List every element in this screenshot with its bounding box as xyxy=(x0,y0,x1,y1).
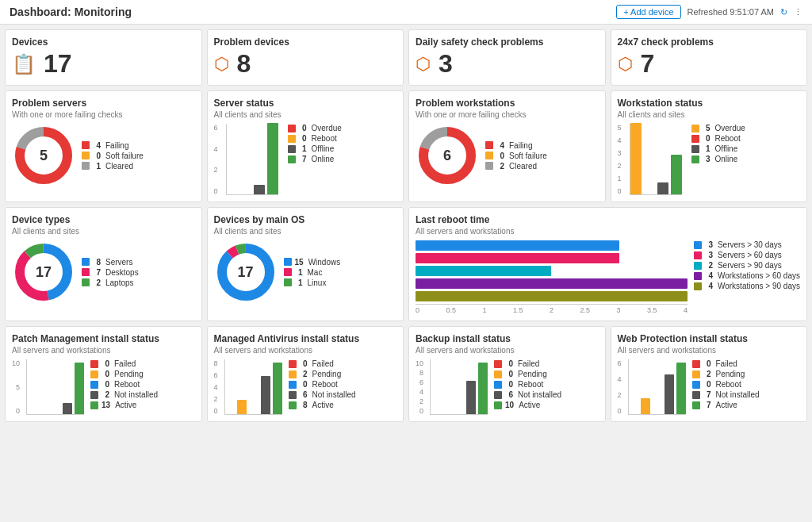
devices-by-os-count: 17 xyxy=(237,264,253,281)
problem-devices-count: 8 xyxy=(237,49,251,79)
devices-count: 17 xyxy=(44,49,72,79)
problem-devices-card: Problem devices ⬡ 8 xyxy=(207,29,404,86)
problem-servers-card: Problem servers With one or more failing… xyxy=(5,90,202,202)
device-types-count: 17 xyxy=(36,264,52,281)
devices-by-os-chart: 17 15Windows 1Mac 1Linux xyxy=(214,240,397,304)
last-reboot-content: 00.511.522.533.54 3Servers > 30 days 3Se… xyxy=(416,240,800,314)
managed-antivirus-card: Managed Antivirus install status All ser… xyxy=(207,326,404,422)
problem-servers-count: 5 xyxy=(40,148,48,164)
hbar-ws-60 xyxy=(416,278,688,289)
backup-legend: 0Failed 0Pending 0Reboot 6Not installed … xyxy=(494,359,561,409)
workstation-status-title: Workstation status xyxy=(618,98,801,109)
devices-by-os-card: Devices by main OS All clients and sites… xyxy=(207,207,404,321)
antivirus-subtitle: All servers and workstations xyxy=(214,346,397,355)
server-status-title: Server status xyxy=(214,98,397,109)
problem-servers-legend: 4 Failing 0 Soft failure 1 Cleared xyxy=(82,141,144,171)
patch-management-card: Patch Management install status All serv… xyxy=(5,326,202,422)
problem-servers-chart: 5 4 Failing 0 Soft failure 1 Cleared xyxy=(12,124,195,187)
problem-devices-title: Problem devices xyxy=(214,36,397,48)
av-bar-pending xyxy=(237,400,247,414)
webprot-bar-notinstalled xyxy=(665,374,674,414)
devices-title: Devices xyxy=(12,36,195,48)
problem-workstations-card: Problem workstations With one or more fa… xyxy=(408,90,606,202)
device-types-legend: 8Servers 7Desktops 2Laptops xyxy=(82,258,139,287)
device-types-title: Device types xyxy=(12,214,195,225)
check-24x7-title: 24x7 check problems xyxy=(618,36,801,48)
web-protection-card: Web Protection install status All server… xyxy=(611,326,808,422)
devices-card: Devices 📋 17 xyxy=(5,29,202,86)
last-reboot-subtitle: All servers and workstations xyxy=(416,227,800,236)
warning-icon: ⬡ xyxy=(214,54,229,75)
add-device-button[interactable]: + Add device xyxy=(616,5,680,19)
server-status-bars xyxy=(226,124,278,195)
daily-safety-card: Daily safety check problems ⬡ 3 xyxy=(408,29,606,86)
refresh-icon[interactable]: ↻ xyxy=(780,7,787,17)
header: Dashboard: Monitoring + Add device Refre… xyxy=(0,0,812,25)
backup-title: Backup install status xyxy=(416,333,599,344)
workstation-status-yaxis: 543210 xyxy=(618,124,623,195)
last-reboot-legend: 3Servers > 30 days 3Servers > 60 days 2S… xyxy=(694,240,800,290)
bar-offline-ws xyxy=(657,182,668,194)
devices-by-os-legend: 15Windows 1Mac 1Linux xyxy=(284,258,341,287)
devices-by-os-title: Devices by main OS xyxy=(214,214,397,225)
menu-icon[interactable]: ⋮ xyxy=(794,7,802,17)
devices-by-os-donut: 17 xyxy=(214,240,278,304)
device-types-donut: 17 xyxy=(12,240,75,304)
workstation-status-bars xyxy=(630,124,682,195)
hbar-servers-60 xyxy=(416,253,619,263)
hbar-axis: 00.511.522.533.54 xyxy=(416,304,688,314)
problem-workstations-chart: 6 4Failing 0Soft failure 2Cleared xyxy=(416,124,599,187)
patch-yaxis: 1050 xyxy=(12,359,20,415)
webprot-legend: 0Failed 2Pending 0Reboot 7Not installed … xyxy=(692,359,760,409)
hbar-servers-90 xyxy=(416,266,551,276)
av-bars xyxy=(224,359,282,415)
last-reboot-card: Last reboot time All servers and worksta… xyxy=(408,207,807,321)
web-prot-title: Web Protection install status xyxy=(618,333,801,344)
problem-workstations-donut: 6 xyxy=(416,124,479,187)
webprot-yaxis: 6420 xyxy=(618,359,622,415)
patch-legend: 0Failed 0Pending 0Reboot 2Not installed … xyxy=(90,359,158,409)
bar-overdue-ws xyxy=(630,123,642,194)
backup-bar-notinstalled xyxy=(466,381,476,414)
backup-subtitle: All servers and workstations xyxy=(416,346,599,355)
problem-workstations-legend: 4Failing 0Soft failure 2Cleared xyxy=(485,141,547,171)
patch-mgmt-title: Patch Management install status xyxy=(12,333,195,344)
av-bar-notinstalled xyxy=(261,376,270,414)
device-types-chart: 17 8Servers 7Desktops 2Laptops xyxy=(12,240,195,304)
patch-bar-notinstalled xyxy=(63,403,72,414)
problem-servers-title: Problem servers xyxy=(12,98,195,109)
backup-yaxis: 1086420 xyxy=(416,359,423,415)
legend-item: 4 Failing xyxy=(82,141,144,150)
bar-online-ws xyxy=(671,155,682,194)
problem-servers-donut: 5 xyxy=(12,124,75,187)
problem-workstations-subtitle: With one or more failing checks xyxy=(416,110,599,119)
last-reboot-bars: 00.511.522.533.54 xyxy=(416,240,688,314)
workstation-status-legend: 5Overdue 0Reboot 1Offline 3Online xyxy=(691,124,745,163)
problem-workstations-title: Problem workstations xyxy=(416,98,599,109)
backup-install-card: Backup install status All servers and wo… xyxy=(408,326,606,422)
hbar-ws-90 xyxy=(416,291,688,301)
daily-warning-icon: ⬡ xyxy=(416,54,431,75)
av-yaxis: 86420 xyxy=(214,359,218,415)
refreshed-text: Refreshed 9:51:07 AM xyxy=(688,7,774,17)
problem-devices-summary: ⬡ 8 xyxy=(214,49,397,79)
daily-safety-summary: ⬡ 3 xyxy=(416,49,599,79)
devices-icon: 📋 xyxy=(12,53,36,75)
workstation-status-subtitle: All clients and sites xyxy=(618,110,801,119)
webprot-bar-active xyxy=(676,363,686,414)
last-reboot-title: Last reboot time xyxy=(416,214,800,225)
bar-offline xyxy=(254,185,265,194)
webprot-bar-pending xyxy=(641,398,650,414)
patch-bars xyxy=(26,359,84,415)
check-warning-icon: ⬡ xyxy=(618,54,633,75)
problem-servers-subtitle: With one or more failing checks xyxy=(12,110,195,119)
antivirus-title: Managed Antivirus install status xyxy=(214,333,397,344)
daily-safety-title: Daily safety check problems xyxy=(416,36,599,48)
legend-item: 1 Cleared xyxy=(82,162,144,171)
devices-by-os-subtitle: All clients and sites xyxy=(214,227,397,236)
device-types-card: Device types All clients and sites 17 8S… xyxy=(5,207,202,321)
bar-online xyxy=(267,123,278,194)
daily-safety-count: 3 xyxy=(439,49,453,79)
av-bar-active xyxy=(273,363,282,414)
check-24x7-summary: ⬡ 7 xyxy=(618,49,801,79)
